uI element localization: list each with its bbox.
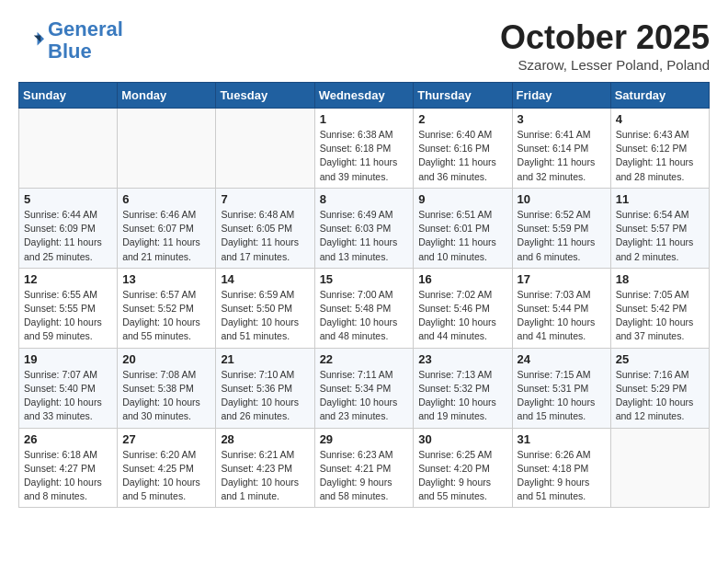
day-number: 5 [24, 192, 112, 206]
day-info: Sunrise: 7:05 AM Sunset: 5:42 PM Dayligh… [616, 288, 704, 344]
day-info: Sunrise: 6:54 AM Sunset: 5:57 PM Dayligh… [616, 208, 704, 264]
day-number: 1 [320, 112, 409, 126]
day-info: Sunrise: 6:48 AM Sunset: 6:05 PM Dayligh… [221, 208, 309, 264]
weekday-header: Tuesday [216, 83, 314, 109]
day-number: 8 [320, 192, 409, 206]
day-info: Sunrise: 6:51 AM Sunset: 6:01 PM Dayligh… [418, 208, 506, 264]
day-info: Sunrise: 7:15 AM Sunset: 5:31 PM Dayligh… [518, 368, 606, 424]
calendar-cell: 5Sunrise: 6:44 AM Sunset: 6:09 PM Daylig… [19, 188, 118, 268]
calendar-cell: 2Sunrise: 6:40 AM Sunset: 6:16 PM Daylig… [414, 109, 512, 189]
day-number: 31 [518, 432, 606, 446]
calendar-cell: 27Sunrise: 6:20 AM Sunset: 4:25 PM Dayli… [118, 428, 216, 508]
day-info: Sunrise: 6:26 AM Sunset: 4:18 PM Dayligh… [518, 448, 606, 504]
calendar-week-row: 1Sunrise: 6:38 AM Sunset: 6:18 PM Daylig… [19, 109, 710, 189]
day-number: 27 [122, 432, 210, 446]
day-info: Sunrise: 6:55 AM Sunset: 5:55 PM Dayligh… [24, 288, 112, 344]
day-info: Sunrise: 6:46 AM Sunset: 6:07 PM Dayligh… [122, 208, 210, 264]
day-info: Sunrise: 6:41 AM Sunset: 6:14 PM Dayligh… [518, 128, 606, 184]
calendar-cell: 7Sunrise: 6:48 AM Sunset: 6:05 PM Daylig… [216, 188, 314, 268]
logo-text: General Blue [48, 18, 123, 63]
calendar-cell: 17Sunrise: 7:03 AM Sunset: 5:44 PM Dayli… [512, 268, 610, 348]
calendar-cell: 29Sunrise: 6:23 AM Sunset: 4:21 PM Dayli… [314, 428, 414, 508]
weekday-header: Monday [118, 83, 216, 109]
calendar-cell: 25Sunrise: 7:16 AM Sunset: 5:29 PM Dayli… [610, 348, 709, 428]
day-number: 30 [418, 432, 506, 446]
day-number: 26 [24, 432, 112, 446]
day-number: 3 [518, 112, 606, 126]
day-number: 13 [122, 272, 210, 286]
day-info: Sunrise: 7:13 AM Sunset: 5:32 PM Dayligh… [418, 368, 506, 424]
day-number: 7 [221, 192, 309, 206]
day-number: 22 [320, 352, 409, 366]
day-info: Sunrise: 6:43 AM Sunset: 6:12 PM Dayligh… [616, 128, 704, 184]
day-info: Sunrise: 6:18 AM Sunset: 4:27 PM Dayligh… [24, 448, 112, 504]
calendar-cell [118, 109, 216, 189]
calendar-cell: 4Sunrise: 6:43 AM Sunset: 6:12 PM Daylig… [610, 109, 709, 189]
day-info: Sunrise: 7:10 AM Sunset: 5:36 PM Dayligh… [221, 368, 309, 424]
calendar-week-row: 19Sunrise: 7:07 AM Sunset: 5:40 PM Dayli… [19, 348, 710, 428]
calendar-cell: 24Sunrise: 7:15 AM Sunset: 5:31 PM Dayli… [512, 348, 610, 428]
day-number: 6 [122, 192, 210, 206]
calendar-body: 1Sunrise: 6:38 AM Sunset: 6:18 PM Daylig… [19, 109, 710, 508]
day-number: 16 [418, 272, 506, 286]
day-info: Sunrise: 6:20 AM Sunset: 4:25 PM Dayligh… [122, 448, 210, 504]
day-number: 28 [221, 432, 309, 446]
logo: General Blue [18, 18, 123, 63]
calendar-cell: 23Sunrise: 7:13 AM Sunset: 5:32 PM Dayli… [414, 348, 512, 428]
calendar-cell: 11Sunrise: 6:54 AM Sunset: 5:57 PM Dayli… [610, 188, 709, 268]
calendar-cell: 20Sunrise: 7:08 AM Sunset: 5:38 PM Dayli… [118, 348, 216, 428]
weekday-header: Friday [512, 83, 610, 109]
day-info: Sunrise: 6:21 AM Sunset: 4:23 PM Dayligh… [221, 448, 309, 504]
calendar-cell [19, 109, 118, 189]
day-info: Sunrise: 7:07 AM Sunset: 5:40 PM Dayligh… [24, 368, 112, 424]
day-number: 17 [518, 272, 606, 286]
day-info: Sunrise: 7:16 AM Sunset: 5:29 PM Dayligh… [616, 368, 704, 424]
day-info: Sunrise: 6:23 AM Sunset: 4:21 PM Dayligh… [320, 448, 409, 504]
day-info: Sunrise: 7:11 AM Sunset: 5:34 PM Dayligh… [320, 368, 409, 424]
title-block: October 2025 Szarow, Lesser Poland, Pola… [500, 18, 710, 73]
day-number: 25 [616, 352, 704, 366]
day-number: 29 [320, 432, 409, 446]
calendar-cell: 12Sunrise: 6:55 AM Sunset: 5:55 PM Dayli… [19, 268, 118, 348]
calendar-week-row: 26Sunrise: 6:18 AM Sunset: 4:27 PM Dayli… [19, 428, 710, 508]
calendar-cell: 21Sunrise: 7:10 AM Sunset: 5:36 PM Dayli… [216, 348, 314, 428]
calendar-cell: 28Sunrise: 6:21 AM Sunset: 4:23 PM Dayli… [216, 428, 314, 508]
day-number: 10 [518, 192, 606, 206]
day-info: Sunrise: 6:25 AM Sunset: 4:20 PM Dayligh… [418, 448, 506, 504]
calendar-cell: 30Sunrise: 6:25 AM Sunset: 4:20 PM Dayli… [414, 428, 512, 508]
calendar-cell: 6Sunrise: 6:46 AM Sunset: 6:07 PM Daylig… [118, 188, 216, 268]
calendar-week-row: 5Sunrise: 6:44 AM Sunset: 6:09 PM Daylig… [19, 188, 710, 268]
weekday-header: Thursday [414, 83, 512, 109]
day-number: 20 [122, 352, 210, 366]
day-number: 24 [518, 352, 606, 366]
day-number: 23 [418, 352, 506, 366]
calendar-cell: 18Sunrise: 7:05 AM Sunset: 5:42 PM Dayli… [610, 268, 709, 348]
calendar-cell: 15Sunrise: 7:00 AM Sunset: 5:48 PM Dayli… [314, 268, 414, 348]
calendar-cell: 16Sunrise: 7:02 AM Sunset: 5:46 PM Dayli… [414, 268, 512, 348]
day-info: Sunrise: 6:52 AM Sunset: 5:59 PM Dayligh… [518, 208, 606, 264]
day-number: 2 [418, 112, 506, 126]
day-info: Sunrise: 7:08 AM Sunset: 5:38 PM Dayligh… [122, 368, 210, 424]
calendar-cell: 22Sunrise: 7:11 AM Sunset: 5:34 PM Dayli… [314, 348, 414, 428]
calendar-cell: 26Sunrise: 6:18 AM Sunset: 4:27 PM Dayli… [19, 428, 118, 508]
logo-icon [18, 28, 44, 53]
month-title: October 2025 [500, 18, 710, 57]
day-number: 11 [616, 192, 704, 206]
day-info: Sunrise: 6:40 AM Sunset: 6:16 PM Dayligh… [418, 128, 506, 184]
calendar-cell: 1Sunrise: 6:38 AM Sunset: 6:18 PM Daylig… [314, 109, 414, 189]
calendar-week-row: 12Sunrise: 6:55 AM Sunset: 5:55 PM Dayli… [19, 268, 710, 348]
weekday-header: Wednesday [314, 83, 414, 109]
location-subtitle: Szarow, Lesser Poland, Poland [500, 57, 710, 73]
calendar-cell: 9Sunrise: 6:51 AM Sunset: 6:01 PM Daylig… [414, 188, 512, 268]
day-info: Sunrise: 7:02 AM Sunset: 5:46 PM Dayligh… [418, 288, 506, 344]
calendar-cell: 19Sunrise: 7:07 AM Sunset: 5:40 PM Dayli… [19, 348, 118, 428]
calendar-cell [610, 428, 709, 508]
calendar-cell: 13Sunrise: 6:57 AM Sunset: 5:52 PM Dayli… [118, 268, 216, 348]
day-number: 4 [616, 112, 704, 126]
weekday-header: Sunday [19, 83, 118, 109]
day-number: 19 [24, 352, 112, 366]
calendar-cell: 14Sunrise: 6:59 AM Sunset: 5:50 PM Dayli… [216, 268, 314, 348]
day-info: Sunrise: 6:44 AM Sunset: 6:09 PM Dayligh… [24, 208, 112, 264]
weekday-header: Saturday [610, 83, 709, 109]
day-info: Sunrise: 6:57 AM Sunset: 5:52 PM Dayligh… [122, 288, 210, 344]
